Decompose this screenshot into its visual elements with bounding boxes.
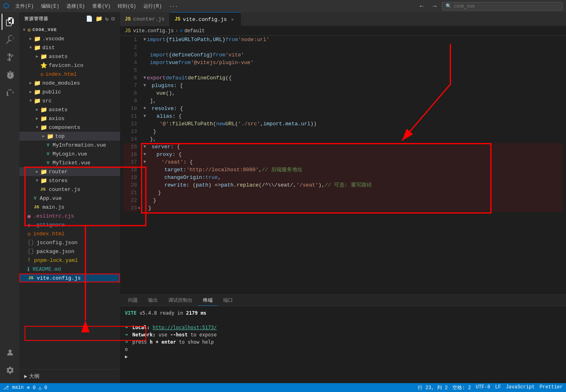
sidebar-item-router[interactable]: ▶ 📁 router (19, 167, 120, 176)
local-url[interactable]: http://localhost:5173/ (153, 325, 217, 330)
activity-git[interactable] (2, 49, 18, 65)
sidebar-item-mylogin[interactable]: V MyLogin.vue (19, 149, 120, 158)
sidebar-item-jsconfig[interactable]: {} jsconfig.json (19, 238, 120, 247)
breadcrumb-file: vite.config.js (133, 28, 174, 34)
breadcrumb: JS vite.config.js › ⊙ default (120, 26, 566, 36)
sidebar-item-indexhtml[interactable]: ◇ index.html (19, 229, 120, 238)
activity-explorer[interactable] (2, 14, 18, 30)
sidebar-item-assets2[interactable]: ▶ 📁 assets (19, 105, 120, 114)
code-line-1: ▼ import { fileURLToPath, URL } from 'no… (143, 36, 563, 44)
collapse-all-icon[interactable]: ⊟ (112, 15, 115, 22)
sidebar-item-myinfo[interactable]: V MyInformation.vue (19, 141, 120, 149)
panel-tab-ports[interactable]: 端口 (218, 295, 238, 306)
sidebar-item-dist[interactable]: ▼ 📁 dist (19, 43, 120, 52)
panel-tab-problems[interactable]: 问题 (123, 295, 143, 306)
editor-area: JS counter.js JS vite.config.js ✕ JS vit… (120, 12, 566, 383)
help-key: h + enter (150, 339, 176, 345)
sidebar-item-readme[interactable]: ℹ README.md (19, 265, 120, 274)
status-bar: ⎇ main ⊗ 0 △ 0 行 23, 列 2 空格: 2 UTF-8 LF … (0, 383, 566, 392)
nav-back[interactable]: ← (416, 2, 427, 10)
collapse-1: ▼ (143, 36, 146, 44)
search-box[interactable]: 🔍 (442, 2, 563, 10)
counter-label: counter.js (49, 187, 80, 193)
outline-header[interactable]: ▶ 大纲 (24, 371, 115, 382)
tab-close-button[interactable]: ✕ (229, 16, 236, 23)
status-left: ⎇ main ⊗ 0 △ 0 (3, 385, 47, 391)
menu-run[interactable]: 运行(R) (140, 2, 165, 10)
sidebar-item-eslintrc[interactable]: ◉ .eslintrc.cjs (19, 212, 120, 220)
activity-account[interactable] (2, 344, 18, 361)
dist-label: dist (42, 45, 55, 51)
sidebar-item-stores[interactable]: ▼ 📁 stores (19, 176, 120, 185)
collapse-10: ▼ (143, 105, 146, 112)
help-msg2: to show help (179, 339, 214, 345)
new-folder-icon[interactable]: 📁 (95, 15, 103, 22)
nav-forward[interactable]: → (429, 2, 440, 10)
sidebar-item-src[interactable]: ▼ 📁 src (19, 96, 120, 105)
sidebar-item-counter[interactable]: JS counter.js (19, 185, 120, 194)
sidebar-item-favicon[interactable]: ⭐ favicon.ico (19, 61, 120, 70)
panel-tab-terminal[interactable]: 终端 (198, 295, 218, 306)
sidebar-item-myticket[interactable]: V MyTicket.vue (19, 158, 120, 167)
status-spaces[interactable]: 空格: 2 (452, 384, 471, 391)
sidebar-item-public[interactable]: ▶ 📁 public (19, 87, 120, 96)
tree-root[interactable]: ▼ ⊙ COOK_VUE (19, 25, 120, 34)
tab-viteconfig[interactable]: JS vite.config.js ✕ (170, 12, 241, 26)
code-content[interactable]: 12345 678910 11121314 15 16 17 18 19 20 … (120, 36, 566, 295)
local-label: Local: (132, 325, 153, 330)
sidebar-title: 资源管理器 (24, 16, 48, 22)
sidebar-item-viteconfig[interactable]: JS vite.config.js (19, 274, 120, 282)
assets2-icon: 📁 (40, 106, 47, 113)
menu-goto[interactable]: 转到(G) (114, 2, 139, 10)
sidebar-item-gitignore[interactable]: ◇ .gitignore (19, 220, 120, 229)
menu-more[interactable]: ... (166, 2, 181, 10)
html-icon: ◇ (40, 71, 44, 78)
activity-debug[interactable] (2, 67, 18, 83)
menu-edit[interactable]: 编辑(E) (38, 2, 63, 10)
search-input[interactable] (454, 3, 555, 9)
panel-tab-debug[interactable]: 调试控制台 (164, 295, 197, 306)
status-branch[interactable]: main (12, 385, 24, 390)
sidebar-item-axios[interactable]: ▶ 📁 axios (19, 114, 120, 123)
status-errors[interactable]: ⊗ 0 △ 0 (27, 385, 47, 391)
breadcrumb-symbol-icon: ⊙ (180, 28, 182, 34)
panel-tab-output[interactable]: 输出 (143, 295, 163, 306)
tab-counter[interactable]: JS counter.js (120, 12, 170, 26)
sidebar-item-mainjs[interactable]: JS main.js (19, 203, 120, 212)
sidebar-item-package[interactable]: {} package.json (19, 247, 120, 256)
sidebar-item-node-modules[interactable]: ▶ 📁 node_modules (19, 79, 120, 87)
sidebar-item-top[interactable]: ▶ 📁 top (19, 132, 120, 141)
terminal-line-network: ➜ Network: use --host to expose (125, 331, 561, 338)
gitignore-label: .gitignore (33, 222, 64, 228)
code-line-17: ▼ '/seat': { (143, 158, 563, 166)
menu-bar[interactable]: 文件(F) 编辑(E) 选择(S) 查看(V) 转到(G) 运行(R) ... (12, 2, 181, 10)
status-line-col[interactable]: 行 23, 列 2 (418, 384, 448, 391)
sidebar-item-index-dist[interactable]: ◇ index.html (19, 70, 120, 79)
menu-file[interactable]: 文件(F) (12, 2, 37, 10)
json-icon-pkg: {} (27, 248, 34, 255)
collapse-11: ▼ (143, 112, 146, 120)
sidebar-item-appvue[interactable]: V App.vue (19, 194, 120, 203)
md-icon: ℹ (27, 266, 29, 273)
vscode-label: .vscode (42, 36, 64, 42)
refresh-icon[interactable]: ↻ (105, 15, 109, 22)
status-language[interactable]: JavaScript (506, 384, 535, 391)
panel-content: VITE v5.4.8 ready in 2179 ms ➜ Local: ht… (120, 306, 566, 383)
activity-search[interactable] (2, 31, 18, 48)
sidebar-item-components[interactable]: ▼ 📁 components (19, 123, 120, 132)
menu-select[interactable]: 选择(S) (63, 2, 88, 10)
new-file-icon[interactable]: 📄 (86, 15, 93, 22)
vue-icon-app: V (34, 196, 37, 201)
status-formatter[interactable]: Prettier (539, 384, 563, 391)
activity-extensions[interactable] (2, 85, 18, 101)
code-line-11: ▼ alias: { (143, 112, 563, 120)
stores-arrow: ▼ (34, 178, 40, 183)
status-eol[interactable]: LF (495, 384, 501, 391)
code-line-8: vue(), (143, 89, 563, 97)
activity-settings[interactable] (2, 362, 18, 378)
sidebar-item-vscode[interactable]: ▶ 📁 .vscode (19, 34, 120, 43)
sidebar-item-assets[interactable]: ▶ 📁 assets (19, 52, 120, 61)
sidebar-item-pnpm[interactable]: ! pnpm-lock.yaml (19, 256, 120, 265)
menu-view[interactable]: 查看(V) (89, 2, 114, 10)
status-encoding[interactable]: UTF-8 (476, 384, 490, 391)
